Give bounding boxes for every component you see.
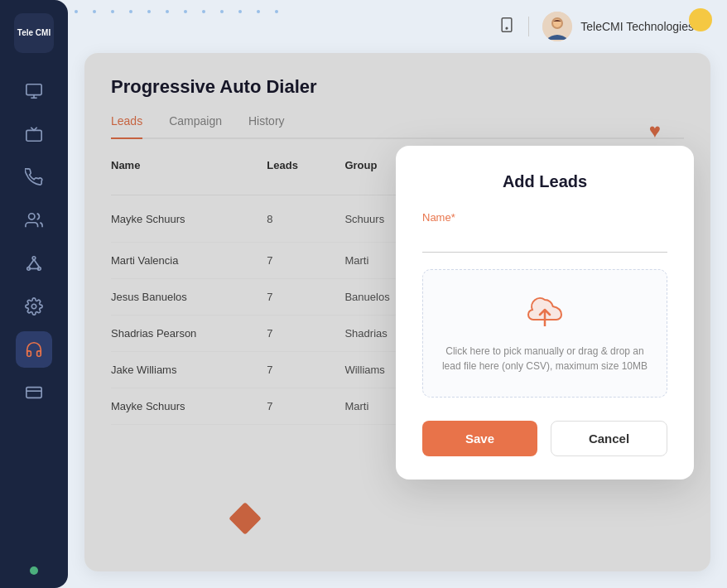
phone-icon bbox=[25, 168, 43, 186]
svg-point-15 bbox=[506, 27, 508, 29]
sidebar-item-network[interactable] bbox=[16, 245, 52, 282]
network-icon bbox=[25, 254, 43, 272]
headset-icon bbox=[25, 340, 43, 359]
sidebar-bottom bbox=[30, 560, 38, 575]
settings-icon bbox=[25, 297, 43, 316]
main-area: TeleCMI Technologies ▾ Progressive Auto … bbox=[68, 0, 727, 588]
monitor-icon bbox=[25, 82, 43, 100]
svg-rect-0 bbox=[26, 84, 41, 95]
avatar bbox=[542, 12, 572, 41]
sidebar-item-phone[interactable] bbox=[16, 159, 52, 195]
svg-line-8 bbox=[29, 259, 34, 267]
upload-text: Click here to pick manually or drag & dr… bbox=[440, 344, 650, 374]
sidebar: Tele CMI bbox=[0, 0, 68, 588]
save-button[interactable]: Save bbox=[422, 421, 537, 456]
modal-actions: Save Cancel bbox=[422, 421, 667, 456]
svg-point-5 bbox=[32, 257, 36, 260]
svg-rect-14 bbox=[502, 18, 512, 32]
sidebar-logo[interactable]: Tele CMI bbox=[14, 13, 54, 53]
sidebar-nav bbox=[16, 73, 52, 560]
sidebar-item-settings[interactable] bbox=[16, 288, 52, 325]
sidebar-item-users[interactable] bbox=[16, 202, 52, 239]
username-label: TeleCMI Technologies bbox=[580, 20, 694, 33]
svg-line-9 bbox=[34, 259, 39, 267]
topbar-divider bbox=[528, 17, 529, 36]
broadcast-icon bbox=[25, 125, 43, 143]
modal-title: Add Leads bbox=[422, 172, 667, 191]
svg-point-4 bbox=[29, 214, 35, 219]
modal-overlay: Add Leads Name* bbox=[84, 53, 710, 571]
card-icon bbox=[25, 383, 43, 402]
modal-name-label: Name* bbox=[422, 211, 667, 224]
topbar-user[interactable]: TeleCMI Technologies ▾ bbox=[542, 12, 707, 41]
cancel-button[interactable]: Cancel bbox=[551, 421, 667, 456]
sidebar-item-headset[interactable] bbox=[16, 331, 52, 368]
logo-text: Tele CMI bbox=[17, 28, 51, 38]
svg-rect-12 bbox=[26, 388, 41, 398]
svg-rect-3 bbox=[26, 130, 41, 141]
yellow-dot-decoration bbox=[689, 8, 712, 31]
status-dot bbox=[30, 566, 38, 575]
content-card: Progressive Auto Dialer ♥ Leads Campaign… bbox=[84, 53, 710, 571]
sidebar-item-broadcast[interactable] bbox=[16, 116, 52, 152]
modal-card: Add Leads Name* bbox=[396, 146, 694, 480]
topbar: TeleCMI Technologies ▾ bbox=[68, 0, 727, 53]
svg-point-11 bbox=[31, 304, 36, 309]
users-icon bbox=[25, 211, 43, 229]
upload-area[interactable]: Click here to pick manually or drag & dr… bbox=[422, 269, 667, 398]
sidebar-item-card[interactable] bbox=[16, 374, 52, 411]
required-asterisk: * bbox=[451, 211, 455, 224]
topbar-phone-icon[interactable] bbox=[498, 17, 515, 36]
name-input[interactable] bbox=[422, 229, 667, 253]
sidebar-item-monitor[interactable] bbox=[16, 73, 52, 109]
upload-icon bbox=[440, 293, 650, 334]
